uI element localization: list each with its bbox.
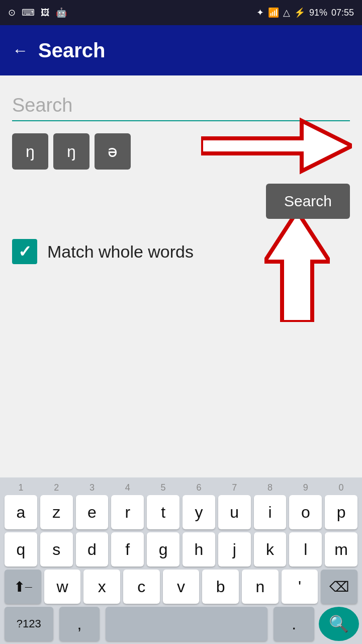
char-button-1[interactable]: ŋ (12, 133, 48, 170)
key-3[interactable]: 3 (74, 482, 110, 493)
key-f[interactable]: f (111, 532, 144, 567)
period-key[interactable]: . (274, 607, 314, 641)
key-6[interactable]: 6 (181, 482, 217, 493)
key-b[interactable]: b (202, 570, 239, 604)
keyboard-number-row: 1 2 3 4 5 6 7 8 9 0 (3, 482, 359, 493)
svg-marker-1 (264, 211, 330, 322)
key-l[interactable]: l (289, 532, 322, 567)
keyboard-row-2: q s d f g h j k l m (3, 532, 359, 567)
key-m[interactable]: m (325, 532, 357, 567)
keyboard-bottom-row: ?123 , . 🔍 (3, 607, 359, 641)
image-icon: 🖼 (41, 8, 50, 18)
svg-marker-0 (201, 121, 352, 171)
app-icon: ⊙ (8, 7, 16, 18)
key-9[interactable]: 9 (288, 482, 323, 493)
key-p[interactable]: p (325, 495, 357, 529)
bluetooth-icon: ✦ (256, 7, 264, 18)
key-a[interactable]: a (5, 495, 37, 529)
key-x[interactable]: x (83, 570, 120, 604)
key-e[interactable]: e (76, 495, 109, 529)
key-o[interactable]: o (289, 495, 322, 529)
page-title: Search (38, 39, 105, 62)
status-bar: ⊙ ⌨ 🖼 🤖 ✦ 📶 △ ⚡ 91% 07:55 (0, 0, 362, 25)
key-7[interactable]: 7 (217, 482, 252, 493)
robot-icon: 🤖 (56, 7, 67, 18)
key-u[interactable]: u (218, 495, 251, 529)
delete-key[interactable]: ⌫ (321, 570, 357, 604)
char-button-3[interactable]: ə (95, 133, 131, 170)
key-s[interactable]: s (40, 532, 73, 567)
keyboard-row-3: ⬆— w x c v b n ' ⌫ (3, 570, 359, 604)
keyboard-search-button[interactable]: 🔍 (319, 607, 359, 641)
key-y[interactable]: y (183, 495, 215, 529)
key-8[interactable]: 8 (252, 482, 288, 493)
key-z[interactable]: z (40, 495, 73, 529)
key-j[interactable]: j (218, 532, 251, 567)
key-q[interactable]: q (5, 532, 37, 567)
shift-key[interactable]: ⬆— (5, 570, 41, 604)
key-k[interactable]: k (254, 532, 287, 567)
key-2[interactable]: 2 (39, 482, 74, 493)
key-i[interactable]: i (254, 495, 287, 529)
search-kb-icon: 🔍 (329, 614, 349, 633)
key-apostrophe[interactable]: ' (282, 570, 318, 604)
key-1[interactable]: 1 (3, 482, 39, 493)
key-w[interactable]: w (44, 570, 81, 604)
key-t[interactable]: t (147, 495, 179, 529)
clock: 07:55 (331, 8, 354, 18)
status-bar-left: ⊙ ⌨ 🖼 🤖 (8, 7, 67, 18)
battery-indicator: 91% (309, 8, 327, 18)
search-button-row: Search (12, 184, 350, 219)
keyboard-icon: ⌨ (22, 7, 35, 18)
key-h[interactable]: h (183, 532, 215, 567)
signal-icon: △ (283, 7, 290, 18)
lightning-icon: ⚡ (294, 7, 305, 18)
match-whole-words-label: Match whole words (47, 242, 194, 262)
key-g[interactable]: g (147, 532, 179, 567)
keyboard: 1 2 3 4 5 6 7 8 9 0 a z e r t y u i o p … (0, 477, 362, 644)
key-4[interactable]: 4 (110, 482, 145, 493)
char-button-2[interactable]: ŋ (53, 133, 89, 170)
symbols-key[interactable]: ?123 (5, 607, 53, 641)
content-area: ŋ ŋ ə Search ✓ Match whole words (0, 75, 362, 488)
search-button[interactable]: Search (266, 184, 350, 219)
comma-key[interactable]: , (59, 607, 100, 641)
key-d[interactable]: d (76, 532, 109, 567)
status-bar-right: ✦ 📶 △ ⚡ 91% 07:55 (256, 7, 354, 18)
space-key[interactable] (106, 607, 267, 641)
key-5[interactable]: 5 (145, 482, 181, 493)
keyboard-row-1: a z e r t y u i o p (3, 495, 359, 529)
key-0[interactable]: 0 (323, 482, 359, 493)
left-arrow-annotation (201, 116, 352, 176)
checkmark-icon: ✓ (18, 242, 32, 261)
back-button[interactable]: ← (12, 41, 28, 60)
app-header: ← Search (0, 25, 362, 75)
key-v[interactable]: v (163, 570, 200, 604)
wifi-icon: 📶 (268, 7, 279, 18)
key-r[interactable]: r (111, 495, 144, 529)
key-c[interactable]: c (123, 570, 160, 604)
up-arrow-annotation (264, 211, 330, 322)
match-whole-words-checkbox[interactable]: ✓ (12, 239, 37, 264)
key-n[interactable]: n (242, 570, 279, 604)
